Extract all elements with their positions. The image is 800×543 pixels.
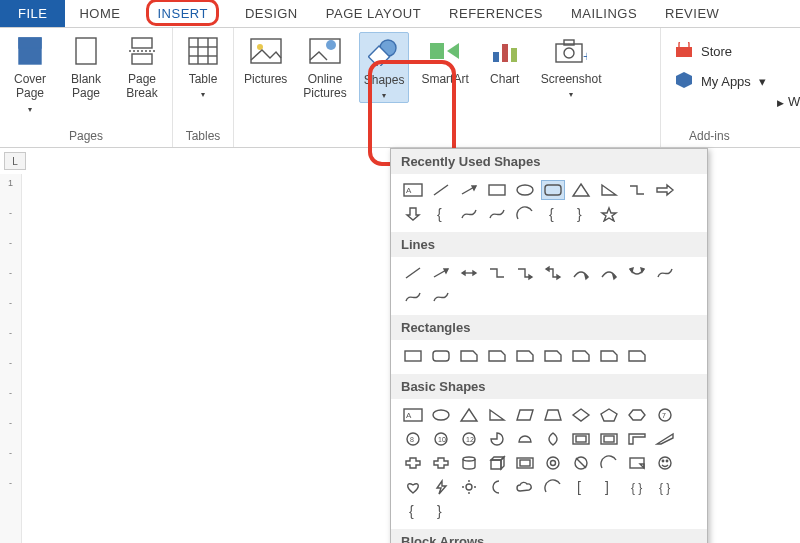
shape-octagon[interactable]: 8 xyxy=(401,429,425,449)
shape-elbow[interactable] xyxy=(625,180,649,200)
shape-chord[interactable] xyxy=(513,429,537,449)
shape-rect[interactable] xyxy=(401,346,425,366)
store-button[interactable]: Store xyxy=(675,42,794,61)
shape-curve[interactable] xyxy=(457,204,481,224)
shape-folded-corner[interactable] xyxy=(625,453,649,473)
shape-diamond[interactable] xyxy=(569,405,593,425)
shape-line-arrow[interactable] xyxy=(429,263,453,283)
shape-parallelogram[interactable] xyxy=(513,405,537,425)
shape-freeform[interactable] xyxy=(485,204,509,224)
table-button[interactable]: Table ▾ xyxy=(179,32,227,101)
shape-elbow-arrow[interactable] xyxy=(513,263,537,283)
shape-round1[interactable] xyxy=(541,346,565,366)
shape-pentagon[interactable] xyxy=(597,405,621,425)
shape-down-arrow[interactable] xyxy=(401,204,425,224)
shape-curve-arrow[interactable] xyxy=(597,263,621,283)
tab-review[interactable]: REVIEW xyxy=(651,0,733,27)
shape-elbow[interactable] xyxy=(485,263,509,283)
shape-pie[interactable] xyxy=(485,429,509,449)
shape-right-triangle[interactable] xyxy=(485,405,509,425)
shape-triangle[interactable] xyxy=(569,180,593,200)
shape-line[interactable] xyxy=(401,263,425,283)
tab-file[interactable]: FILE xyxy=(0,0,65,27)
screenshot-button[interactable]: + Screenshot ▾ xyxy=(537,32,606,101)
online-pictures-button[interactable]: Online Pictures xyxy=(299,32,350,103)
shape-heptagon[interactable]: 7 xyxy=(653,405,677,425)
shape-decagon[interactable]: 10 xyxy=(429,429,453,449)
shape-cross[interactable] xyxy=(401,453,425,473)
shape-cube[interactable] xyxy=(485,453,509,473)
shape-half-round[interactable] xyxy=(625,346,649,366)
shape-bracket2[interactable]: ] xyxy=(597,477,621,497)
shape-right-arrow[interactable] xyxy=(653,180,677,200)
smartart-button[interactable]: SmartArt xyxy=(417,32,472,88)
shape-can[interactable] xyxy=(457,453,481,473)
shape-rounded-rect[interactable] xyxy=(541,180,565,200)
shape-teardrop[interactable] xyxy=(541,429,565,449)
shape-oval[interactable] xyxy=(513,180,537,200)
shape-plaque[interactable] xyxy=(429,453,453,473)
tab-selector[interactable]: L xyxy=(4,152,26,170)
shape-donut[interactable] xyxy=(541,453,565,473)
shape-scribble1[interactable] xyxy=(653,263,677,283)
shape-heart[interactable] xyxy=(401,477,425,497)
cover-page-button[interactable]: Cover Page ▾ xyxy=(6,32,54,116)
shape-curve-conn[interactable] xyxy=(569,263,593,283)
shape-line[interactable] xyxy=(429,180,453,200)
shape-lightning[interactable] xyxy=(429,477,453,497)
shape-L-shape[interactable] xyxy=(625,429,649,449)
shape-no-symbol[interactable] xyxy=(569,453,593,473)
tab-page-layout[interactable]: PAGE LAYOUT xyxy=(312,0,435,27)
shape-curve-double[interactable] xyxy=(625,263,649,283)
shape-snip-round[interactable] xyxy=(513,346,537,366)
shape-half-frame[interactable] xyxy=(597,429,621,449)
shape-right-brace[interactable]: } xyxy=(569,204,593,224)
tab-mailings[interactable]: MAILINGS xyxy=(557,0,651,27)
tab-insert[interactable]: INSERT xyxy=(134,0,230,27)
shape-scribble3[interactable] xyxy=(429,287,453,307)
shape-snip1[interactable] xyxy=(457,346,481,366)
shape-text-box[interactable]: A xyxy=(401,405,425,425)
wikipedia-button[interactable]: ▶ Wil xyxy=(777,94,800,109)
shape-hexagon[interactable] xyxy=(625,405,649,425)
shape-arc[interactable] xyxy=(597,453,621,473)
shape-round-diag[interactable] xyxy=(597,346,621,366)
shape-bevel[interactable] xyxy=(513,453,537,473)
shape-bracket1[interactable]: [ xyxy=(569,477,593,497)
shape-diag-stripe[interactable] xyxy=(653,429,677,449)
shape-arc2[interactable] xyxy=(541,477,565,497)
shape-left-brace-alt[interactable]: { xyxy=(429,204,453,224)
tab-home[interactable]: HOME xyxy=(65,0,134,27)
shape-triangle[interactable] xyxy=(457,405,481,425)
shape-cloud[interactable] xyxy=(513,477,537,497)
shape-brace2[interactable]: { } xyxy=(653,477,677,497)
shape-left-brace[interactable]: { xyxy=(541,204,565,224)
shape-moon[interactable] xyxy=(485,477,509,497)
shape-brace1[interactable]: { } xyxy=(625,477,649,497)
shape-frame[interactable] xyxy=(569,429,593,449)
shape-left-brace[interactable]: { xyxy=(401,501,425,521)
shape-smiley[interactable] xyxy=(653,453,677,473)
tab-design[interactable]: DESIGN xyxy=(231,0,312,27)
shape-round-rect[interactable] xyxy=(429,346,453,366)
shape-trapezoid[interactable] xyxy=(541,405,565,425)
shape-text-box[interactable]: A xyxy=(401,180,425,200)
tab-references[interactable]: REFERENCES xyxy=(435,0,557,27)
shape-elbow-double[interactable] xyxy=(541,263,565,283)
chart-button[interactable]: Chart xyxy=(481,32,529,88)
shape-sun[interactable] xyxy=(457,477,481,497)
shape-scribble2[interactable] xyxy=(401,287,425,307)
shape-oval[interactable] xyxy=(429,405,453,425)
shape-arc[interactable] xyxy=(513,204,537,224)
shape-rectangle[interactable] xyxy=(485,180,509,200)
page-break-button[interactable]: Page Break xyxy=(118,32,166,103)
shape-double-arrow[interactable] xyxy=(457,263,481,283)
shapes-button[interactable]: Shapes ▾ xyxy=(359,32,410,103)
shape-snip2[interactable] xyxy=(485,346,509,366)
shape-right-triangle[interactable] xyxy=(597,180,621,200)
shape-line-arrow[interactable] xyxy=(457,180,481,200)
shape-star[interactable] xyxy=(597,204,621,224)
shape-right-brace[interactable]: } xyxy=(429,501,453,521)
pictures-button[interactable]: Pictures xyxy=(240,32,291,88)
my-apps-button[interactable]: My Apps ▾ xyxy=(675,71,794,92)
